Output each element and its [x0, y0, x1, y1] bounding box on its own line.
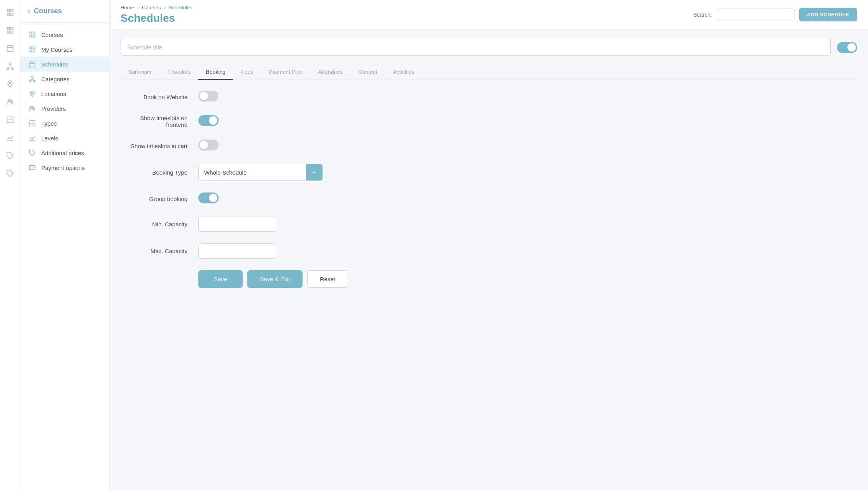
sidebar-item-courses[interactable]: Courses: [20, 27, 109, 42]
label-book-on-website: Book on Website: [121, 94, 198, 100]
sidebar-item-my-courses[interactable]: My Courses: [20, 42, 109, 57]
svg-rect-5: [10, 28, 13, 30]
sidebar-title: Courses: [34, 7, 62, 15]
tab-booking[interactable]: Booking: [198, 65, 233, 80]
my-courses-nav-icon: [28, 46, 37, 53]
tab-payment-plan[interactable]: Payment Plan: [261, 65, 310, 80]
breadcrumb-schedules[interactable]: Schedules: [169, 5, 192, 10]
toggle-show-timeslots-frontend: [198, 115, 432, 128]
reset-button[interactable]: Reset: [307, 270, 348, 288]
svg-rect-12: [9, 63, 11, 64]
svg-rect-31: [30, 47, 32, 49]
tab-timeslots[interactable]: Timeslots: [159, 65, 198, 80]
locations-nav-icon: [28, 90, 37, 97]
top-bar: Home › Courses › Schedules Schedules Sea…: [110, 0, 868, 30]
payment-options-nav-icon: [28, 164, 37, 171]
icon-calendar[interactable]: [2, 40, 18, 56]
form-row-booking-type: Booking Type Whole Schedule: [121, 164, 432, 181]
icon-tag[interactable]: [2, 148, 18, 163]
icon-sidebar: [0, 0, 20, 490]
providers-nav-icon: [28, 105, 37, 112]
breadcrumb-courses[interactable]: Courses: [142, 5, 161, 10]
icon-tags[interactable]: [2, 166, 18, 181]
save-button[interactable]: Save: [198, 270, 243, 288]
icon-courses2[interactable]: [2, 23, 18, 38]
main-sidebar: ‹ Courses Courses My Courses: [20, 0, 110, 490]
sidebar-item-categories[interactable]: Categories: [20, 72, 109, 86]
sidebar-item-additional-prices[interactable]: Additional prices: [20, 145, 109, 160]
svg-rect-28: [33, 32, 35, 34]
sidebar-item-schedules-label: Schedules: [41, 61, 68, 68]
group-booking-toggle[interactable]: [198, 192, 219, 203]
max-capacity-control: [198, 243, 432, 259]
svg-point-19: [9, 82, 10, 84]
sidebar-item-courses-label: Courses: [41, 32, 63, 38]
tab-activities[interactable]: Activities: [385, 65, 422, 80]
sidebar-item-providers-label: Providers: [41, 105, 66, 112]
add-schedule-button[interactable]: ADD SCHEDULE: [799, 8, 857, 21]
icon-chart[interactable]: [2, 130, 18, 145]
tab-fees[interactable]: Fees: [233, 65, 261, 80]
tab-attendees[interactable]: Attendees: [310, 65, 350, 80]
book-on-website-toggle[interactable]: [198, 91, 219, 102]
show-timeslots-frontend-toggle[interactable]: [198, 115, 219, 126]
svg-rect-2: [7, 13, 9, 16]
sidebar-navigation: Courses My Courses Schedules: [20, 23, 109, 180]
svg-rect-6: [7, 31, 9, 33]
booking-type-value: Whole Schedule: [199, 165, 306, 180]
sidebar-item-providers[interactable]: Providers: [20, 101, 109, 116]
schedule-active-toggle[interactable]: [837, 42, 857, 53]
sidebar-item-levels[interactable]: Levels: [20, 131, 109, 145]
main-content: Summary Timeslots Booking Fees Payment P…: [110, 30, 868, 490]
sidebar-item-levels-label: Levels: [41, 135, 58, 142]
sidebar-item-locations[interactable]: Locations: [20, 86, 109, 101]
svg-rect-3: [10, 13, 13, 16]
save-exit-button[interactable]: Save & Exit: [247, 270, 303, 288]
toggle-show-timeslots-cart: [198, 140, 432, 152]
icon-group[interactable]: [2, 94, 18, 110]
schedule-title-input[interactable]: [121, 39, 831, 56]
tab-content[interactable]: Content: [350, 65, 385, 80]
booking-type-select[interactable]: Whole Schedule: [198, 164, 323, 181]
search-input[interactable]: [717, 9, 794, 21]
booking-form: Book on Website Show timeslots on fronte…: [121, 91, 432, 288]
booking-type-dropdown-arrow[interactable]: [306, 164, 322, 180]
min-capacity-input[interactable]: [198, 217, 276, 232]
breadcrumb-home[interactable]: Home: [121, 5, 134, 10]
sidebar-header[interactable]: ‹ Courses: [20, 0, 109, 23]
svg-point-47: [31, 106, 33, 108]
sidebar-item-payment-options[interactable]: Payment options: [20, 160, 109, 175]
label-booking-type: Booking Type: [121, 169, 198, 176]
label-min-capacity: Min. Capacity: [121, 221, 198, 228]
svg-rect-39: [32, 76, 33, 77]
schedules-nav-icon: [28, 61, 37, 68]
breadcrumb-sep1: ›: [137, 5, 139, 10]
sidebar-item-schedules[interactable]: Schedules: [20, 57, 109, 72]
icon-network[interactable]: [2, 58, 18, 74]
booking-type-control: Whole Schedule: [198, 164, 432, 181]
label-group-booking: Group booking: [121, 196, 198, 202]
back-arrow-icon[interactable]: ‹: [28, 8, 30, 15]
search-label: Search:: [693, 12, 712, 18]
icon-courses[interactable]: [2, 5, 18, 20]
sidebar-item-types[interactable]: Types: [20, 116, 109, 131]
icon-location[interactable]: [2, 76, 18, 92]
svg-rect-34: [33, 50, 35, 52]
svg-point-20: [8, 99, 10, 101]
svg-rect-7: [10, 31, 13, 33]
label-show-timeslots-frontend: Show timeslots on frontend: [121, 115, 198, 128]
categories-nav-icon: [28, 75, 37, 82]
svg-rect-41: [33, 81, 35, 82]
form-row-min-capacity: Min. Capacity: [121, 217, 432, 232]
toggle-book-on-website: [198, 91, 432, 103]
svg-rect-14: [11, 68, 13, 69]
icon-box[interactable]: [2, 112, 18, 128]
svg-rect-30: [33, 35, 35, 37]
svg-rect-53: [30, 166, 35, 170]
svg-point-46: [32, 92, 33, 94]
max-capacity-input[interactable]: [198, 243, 276, 259]
show-timeslots-cart-toggle[interactable]: [198, 140, 219, 150]
sidebar-item-my-courses-label: My Courses: [41, 46, 72, 53]
tab-summary[interactable]: Summary: [121, 65, 159, 80]
svg-rect-8: [7, 46, 13, 51]
